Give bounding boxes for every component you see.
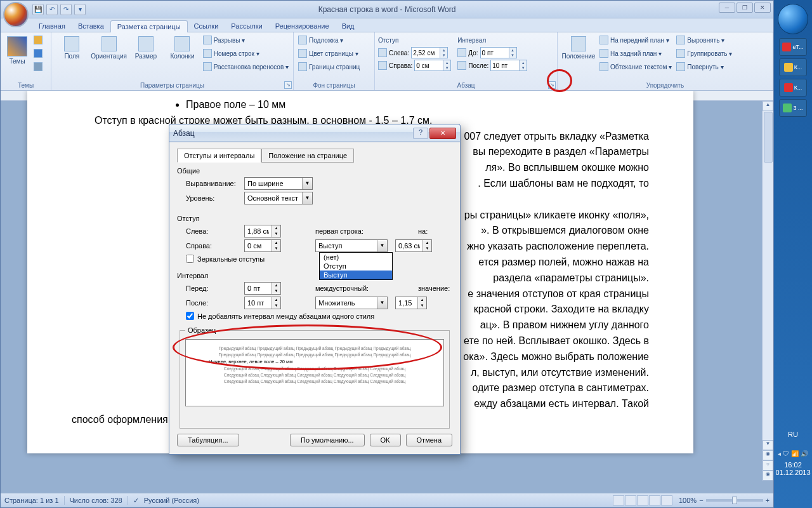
- indent-right-input[interactable]: ▲▼: [414, 60, 451, 71]
- breaks-button[interactable]: Разрывы ▾: [202, 34, 290, 46]
- taskbar-app[interactable]: К...: [779, 58, 807, 76]
- maximize-button[interactable]: ❐: [737, 3, 753, 13]
- taskbar-app[interactable]: 3 ...: [779, 99, 807, 117]
- themes-button[interactable]: Темы: [4, 34, 30, 65]
- page-indicator[interactable]: Страница: 1 из 1: [4, 497, 59, 504]
- view-outline[interactable]: [649, 495, 660, 505]
- columns-button[interactable]: Колонки: [165, 34, 200, 60]
- dialog-close-button[interactable]: ✕: [429, 128, 456, 139]
- page-borders-button[interactable]: Границы страниц: [297, 60, 361, 73]
- default-button[interactable]: По умолчанию...: [290, 434, 365, 446]
- language-status[interactable]: Русский (Россия): [144, 497, 199, 504]
- after-input[interactable]: ▲▼: [244, 297, 281, 309]
- view-web-layout[interactable]: [637, 495, 648, 505]
- line-at-input[interactable]: ▲▼: [395, 297, 427, 309]
- scroll-up-icon[interactable]: ▲: [763, 101, 773, 111]
- vertical-scrollbar[interactable]: ▲ ▼ ◉ ○ ◉: [762, 101, 773, 481]
- bring-front-button[interactable]: На передний план ▾: [598, 34, 673, 46]
- scroll-thumb[interactable]: [764, 112, 773, 163]
- right-indent-input[interactable]: ▲▼: [244, 239, 281, 252]
- view-print-layout[interactable]: [613, 495, 624, 505]
- proofing-icon[interactable]: ✓: [133, 497, 139, 505]
- group-page-background: Фон страницы: [294, 82, 374, 89]
- first-line-at-input[interactable]: ▲▼: [395, 239, 432, 252]
- alignment-label: Выравнивание:: [186, 180, 240, 187]
- view-draft[interactable]: [661, 495, 672, 505]
- spacing-after-label: После:: [468, 62, 488, 69]
- cancel-button[interactable]: Отмена: [406, 434, 452, 446]
- ok-button[interactable]: ОК: [370, 434, 401, 446]
- dropdown-option-selected[interactable]: Выступ: [320, 271, 392, 279]
- office-button[interactable]: [3, 2, 29, 27]
- tab-review[interactable]: Рецензирование: [269, 20, 336, 32]
- page-setup-launcher[interactable]: ↘: [284, 81, 292, 89]
- word-count[interactable]: Число слов: 328: [70, 497, 122, 504]
- size-button[interactable]: Размер: [129, 34, 164, 60]
- scroll-down-icon[interactable]: ▼: [763, 440, 773, 450]
- before-input[interactable]: ▲▼: [244, 282, 281, 295]
- clock-time[interactable]: 16:02: [774, 461, 812, 469]
- line-spacing-label: междустрочный:: [315, 284, 379, 292]
- paragraph-launcher[interactable]: ↘: [548, 81, 556, 89]
- theme-fonts-icon[interactable]: [32, 47, 44, 60]
- dialog-help-button[interactable]: ?: [413, 128, 428, 139]
- first-line-combo[interactable]: ▼: [315, 239, 388, 252]
- indent-left-input[interactable]: ▲▼: [411, 47, 448, 58]
- zoom-value[interactable]: 100%: [679, 497, 697, 504]
- alignment-combo[interactable]: ▼: [244, 177, 313, 190]
- taskbar-app[interactable]: К...: [779, 79, 807, 97]
- outline-combo[interactable]: ▼: [244, 192, 313, 204]
- taskbar-app[interactable]: еТ...: [779, 38, 807, 56]
- zoom-in-button[interactable]: +: [766, 497, 769, 504]
- line-spacing-combo[interactable]: ▼: [315, 297, 388, 309]
- clock-date[interactable]: 01.12.2013: [774, 469, 812, 476]
- close-button[interactable]: ✕: [754, 3, 771, 13]
- status-bar: Страница: 1 из 1 Число слов: 328 ✓ Русск…: [1, 493, 773, 507]
- tab-view[interactable]: Вид: [336, 20, 361, 32]
- page-color-button[interactable]: Цвет страницы ▾: [297, 47, 361, 60]
- group-button[interactable]: Группировать ▾: [675, 47, 733, 60]
- text-wrap-button[interactable]: Обтекание текстом ▾: [598, 60, 673, 73]
- spacing-before-input[interactable]: ▲▼: [480, 47, 517, 58]
- dialog-tab-position[interactable]: Положение на странице: [261, 149, 354, 163]
- next-page-icon[interactable]: ◉: [763, 471, 773, 481]
- language-indicator[interactable]: RU: [774, 431, 812, 438]
- dialog-tab-indents[interactable]: Отступы и интервалы: [177, 149, 261, 163]
- orientation-button[interactable]: Ориентация: [91, 34, 127, 60]
- tab-insert[interactable]: Вставка: [72, 20, 110, 32]
- tabs-button[interactable]: Табуляция...: [177, 434, 239, 446]
- align-button[interactable]: Выровнять ▾: [675, 34, 733, 46]
- tab-page-layout[interactable]: Разметка страницы: [110, 20, 188, 32]
- prev-page-icon[interactable]: ◉: [763, 450, 773, 460]
- rotate-button[interactable]: Повернуть ▾: [675, 60, 733, 73]
- watermark-button[interactable]: Подложка ▾: [297, 34, 361, 46]
- tab-home[interactable]: Главная: [32, 20, 72, 32]
- first-line-dropdown[interactable]: (нет) Отступ Выступ: [319, 252, 393, 280]
- tab-references[interactable]: Ссылки: [188, 20, 225, 32]
- view-full-screen[interactable]: [625, 495, 636, 505]
- before-label: Перед:: [186, 284, 240, 292]
- send-back-button[interactable]: На задний план ▾: [598, 47, 673, 60]
- dropdown-option[interactable]: Отступ: [320, 262, 392, 271]
- theme-colors-icon[interactable]: [32, 34, 44, 46]
- doc-text: Правое поле – 10 мм: [186, 97, 649, 113]
- dropdown-option[interactable]: (нет): [320, 253, 392, 262]
- dialog-title-bar[interactable]: Абзац ? ✕: [169, 124, 461, 142]
- mirror-indents-checkbox[interactable]: [186, 255, 194, 263]
- margins-button[interactable]: Поля: [55, 34, 89, 60]
- zoom-slider[interactable]: [706, 499, 763, 502]
- tab-mailings[interactable]: Рассылки: [225, 20, 268, 32]
- browse-object-icon[interactable]: ○: [763, 460, 773, 471]
- no-space-checkbox[interactable]: [186, 312, 194, 320]
- hyphenation-button[interactable]: Расстановка переносов ▾: [202, 60, 290, 73]
- start-button[interactable]: [778, 4, 808, 34]
- group-themes: Темы: [1, 82, 51, 89]
- left-indent-input[interactable]: ▲▼: [244, 225, 281, 237]
- tray-icons[interactable]: ◂ 🛡 📶 🔊: [774, 450, 812, 457]
- minimize-button[interactable]: ─: [719, 3, 735, 13]
- spacing-after-input[interactable]: ▲▼: [490, 60, 527, 71]
- position-button[interactable]: Положение: [561, 34, 596, 60]
- line-numbers-button[interactable]: Номера строк ▾: [202, 47, 290, 60]
- theme-effects-icon[interactable]: [32, 60, 44, 73]
- zoom-out-button[interactable]: −: [699, 497, 703, 504]
